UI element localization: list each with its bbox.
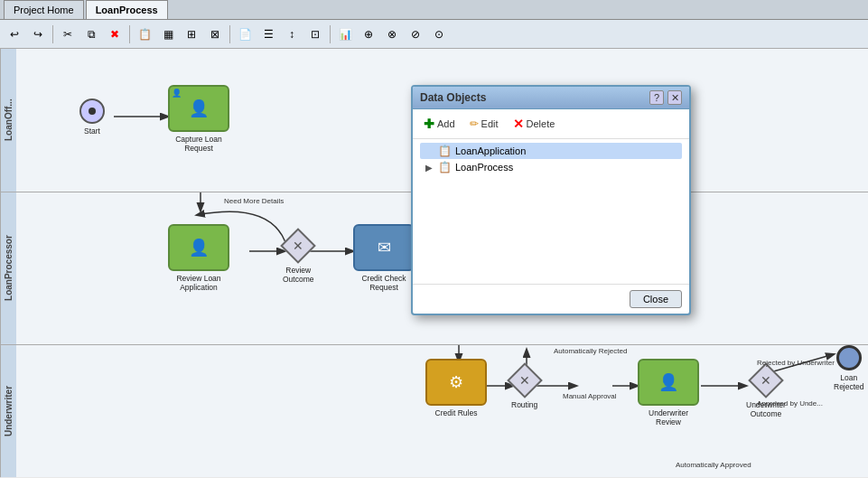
gateway-inner: ✕	[293, 239, 303, 253]
lane-loanprocessor-label: LoanProcessor	[0, 192, 16, 344]
grid-button[interactable]: ⊞	[181, 23, 202, 45]
tab-loan-process[interactable]: LoanProcess	[86, 0, 168, 19]
edit-label: Edit	[481, 118, 499, 129]
start-node[interactable]: Start	[79, 98, 105, 136]
task-type-icon: 👤	[172, 89, 182, 98]
underwriter-review-task: 👤	[638, 359, 699, 406]
review-loan-task: 👤	[168, 224, 229, 271]
underwriter-review-node[interactable]: 👤 UnderwriterReview	[638, 359, 699, 426]
need-more-details-label: Need More Details	[224, 197, 284, 205]
routing-inner: ✕	[519, 373, 530, 388]
loan-rejected-circle	[836, 345, 862, 370]
box-button[interactable]: ⊡	[304, 23, 326, 45]
tree-item-loan-process[interactable]: ▶ 📋 LoanProcess	[420, 159, 682, 175]
remove-button[interactable]: ⊗	[381, 23, 403, 45]
delete-label: Delete	[527, 118, 555, 129]
filter-button[interactable]: ⊘	[405, 23, 426, 45]
credit-check-node[interactable]: ✉ Credit CheckRequest	[353, 224, 415, 292]
capture-loan-task: 👤 👤	[168, 85, 229, 132]
copy-button[interactable]: ⧉	[80, 23, 102, 45]
loan-application-icon: 📋	[438, 145, 452, 157]
review-outcome-label: ReviewOutcome	[283, 266, 314, 284]
circle-button[interactable]: ⊙	[428, 23, 450, 45]
dialog-footer: Close	[413, 284, 689, 314]
merge-button[interactable]: ⊠	[204, 23, 226, 45]
review-loan-label: Review LoanApplication	[176, 274, 220, 292]
add-data-object-button[interactable]: ✚ Add	[420, 115, 459, 133]
lane-underwriter-label: Underwriter	[0, 345, 16, 477]
dialog-title-icons: ? ✕	[649, 90, 682, 105]
dialog-close-icon[interactable]: ✕	[667, 90, 682, 105]
chart-button[interactable]: 📊	[334, 23, 356, 45]
expand-loan-process[interactable]: ▶	[424, 162, 434, 173]
loan-process-icon: 📋	[438, 161, 452, 173]
credit-rules-task: ⚙	[425, 359, 487, 406]
credit-check-label: Credit CheckRequest	[361, 274, 406, 292]
lane-loanoff-label: LoanOff...	[0, 49, 16, 192]
credit-check-task: ✉	[353, 224, 415, 271]
data-objects-dialog: Data Objects ? ✕ ✚ Add ✏ Edit ✕ Delete	[411, 85, 691, 315]
tab-bar: Project Home LoanProcess	[0, 0, 868, 20]
uo-inner: ✕	[761, 373, 771, 388]
underwriter-outcome-gateway: ✕	[748, 362, 784, 398]
review-outcome-node[interactable]: ✕ ReviewOutcome	[283, 233, 314, 284]
toolbar: ↩ ↪ ✂ ⧉ ✖ 📋 ▦ ⊞ ⊠ 📄 ☰ ↕ ⊡ 📊 ⊕ ⊗ ⊘ ⊙	[0, 20, 868, 49]
loan-rejected-label: LoanRejected	[834, 373, 864, 391]
add-icon: ✚	[424, 117, 434, 131]
list-button[interactable]: ☰	[257, 23, 279, 45]
swap-button[interactable]: ↕	[281, 23, 303, 45]
auto-approved-label: Automatically Approved	[676, 461, 751, 469]
underwriter-review-label: UnderwriterReview	[649, 408, 688, 426]
redo-button[interactable]: ↪	[27, 23, 49, 45]
capture-loan-label: Capture LoanRequest	[175, 135, 222, 153]
underwriter-review-icon: 👤	[658, 372, 678, 392]
credit-rules-icon: ⚙	[449, 372, 463, 392]
dialog-help-icon[interactable]: ?	[649, 90, 664, 105]
paste-button[interactable]: 📋	[134, 23, 155, 45]
underwriter-outcome-node[interactable]: ✕ UnderwriterOutcome	[746, 368, 786, 418]
capture-loan-node[interactable]: 👤 👤 Capture LoanRequest	[168, 85, 229, 153]
loan-rejected-node[interactable]: LoanRejected	[834, 345, 864, 391]
tab-project-home[interactable]: Project Home	[4, 0, 84, 19]
edit-icon: ✏	[470, 117, 479, 130]
add-button[interactable]: ⊕	[358, 23, 379, 45]
start-circle	[79, 98, 105, 124]
delete-icon: ✕	[513, 117, 524, 131]
routing-label: Routing	[511, 400, 537, 409]
dialog-title: Data Objects	[420, 91, 486, 104]
manual-approval-label: Manual Approval	[563, 392, 617, 400]
credit-rules-node[interactable]: ⚙ Credit Rules	[425, 359, 487, 417]
sep4	[330, 25, 331, 43]
delete-button[interactable]: ✖	[104, 23, 126, 45]
routing-gateway: ✕	[507, 362, 543, 398]
review-loan-node[interactable]: 👤 Review LoanApplication	[168, 224, 229, 292]
capture-loan-icon: 👤	[189, 98, 209, 118]
loan-process-label: LoanProcess	[455, 162, 513, 173]
start-label: Start	[84, 127, 100, 136]
edit-data-object-button[interactable]: ✏ Edit	[466, 116, 502, 132]
sep1	[52, 25, 53, 43]
main-area: LoanOff... Start	[0, 49, 868, 477]
review-loan-icon: 👤	[189, 238, 209, 258]
doc-button[interactable]: 📄	[234, 23, 256, 45]
review-outcome-gateway: ✕	[280, 228, 316, 264]
close-button[interactable]: Close	[630, 290, 682, 308]
delete-data-object-button[interactable]: ✕ Delete	[509, 115, 559, 133]
cut-button[interactable]: ✂	[57, 23, 79, 45]
lane-underwriter-content: Automatically Rejected ⚙ Credit Rules ✕ …	[16, 345, 868, 477]
table-button[interactable]: ▦	[157, 23, 179, 45]
sep2	[129, 25, 130, 43]
loan-application-label: LoanApplication	[455, 145, 526, 156]
tree-item-loan-application[interactable]: 📋 LoanApplication	[420, 143, 682, 159]
underwriter-outcome-label: UnderwriterOutcome	[746, 400, 786, 418]
credit-rules-label: Credit Rules	[435, 408, 478, 417]
credit-check-icon: ✉	[378, 238, 391, 258]
dialog-toolbar: ✚ Add ✏ Edit ✕ Delete	[413, 109, 689, 139]
start-dot	[89, 108, 96, 115]
add-label: Add	[437, 118, 455, 129]
undo-button[interactable]: ↩	[4, 23, 25, 45]
routing-node[interactable]: ✕ Routing	[511, 368, 537, 409]
lane-underwriter: Underwriter	[0, 345, 868, 477]
sep3	[229, 25, 230, 43]
dialog-title-bar: Data Objects ? ✕	[413, 87, 689, 109]
